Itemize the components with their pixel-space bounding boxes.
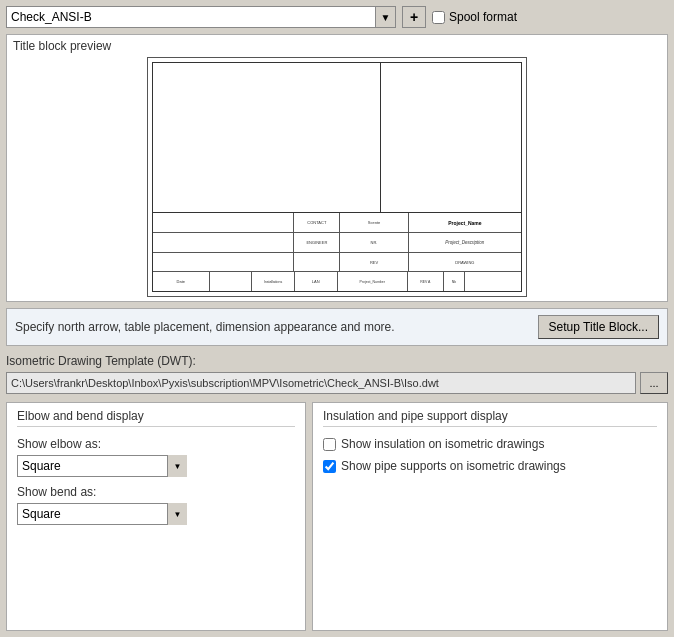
drawing-left-panel (153, 63, 381, 212)
pipe-support-checkbox-label: Show pipe supports on isometric drawings (341, 459, 566, 473)
bend-dropdown[interactable]: Square (17, 503, 187, 525)
bottom-panels: Elbow and bend display Show elbow as: Sq… (6, 402, 668, 631)
title-block-preview: CONTACT Scente Project_Name ENGINEER NR.… (147, 57, 527, 297)
tb-cell-9: REV (340, 253, 408, 272)
tb-cell-date: Date (153, 272, 210, 291)
tb-cell-5: ENGINEER (294, 233, 340, 252)
drawing-main-area (153, 63, 521, 213)
elbow-panel-title: Elbow and bend display (17, 409, 295, 427)
bend-label: Show bend as: (17, 485, 295, 499)
insulation-checkbox-row: Show insulation on isometric drawings (323, 437, 657, 451)
title-block-label: Title block preview (13, 39, 661, 53)
insulation-checkbox-label: Show insulation on isometric drawings (341, 437, 544, 451)
tb-cell-3: Scente (340, 213, 408, 232)
setup-title-block-button[interactable]: Setup Title Block... (538, 315, 659, 339)
tb-row-1: CONTACT Scente Project_Name (153, 213, 521, 233)
elbow-combo-container: Square ▼ (17, 455, 187, 477)
tb-cell-8 (294, 253, 340, 272)
bend-combo-container: Square ▼ (17, 503, 187, 525)
tb-cell-2: CONTACT (294, 213, 340, 232)
tb-row-2: ENGINEER NR. Project_Description (153, 233, 521, 253)
template-dropdown[interactable]: Check_ANSI-B (6, 6, 376, 28)
spool-format-label: Spool format (432, 10, 517, 24)
tb-cell-11: Installations (252, 272, 295, 291)
pipe-support-checkbox[interactable] (323, 460, 336, 473)
info-text: Specify north arrow, table placement, di… (15, 320, 530, 334)
dwt-section: Isometric Drawing Template (DWT): ... (6, 352, 668, 396)
spool-format-checkbox[interactable] (432, 11, 445, 24)
tb-row-4: Date Installations LAN Project_Number RE… (153, 272, 521, 291)
tb-cell-12: LAN (295, 272, 338, 291)
elbow-bend-panel: Elbow and bend display Show elbow as: Sq… (6, 402, 306, 631)
insulation-panel: Insulation and pipe support display Show… (312, 402, 668, 631)
dwt-label: Isometric Drawing Template (DWT): (6, 354, 668, 368)
tb-cell-14: REV A (408, 272, 444, 291)
elbow-field-group: Show elbow as: Square ▼ (17, 437, 295, 477)
dropdown-arrow-icon[interactable]: ▼ (376, 6, 396, 28)
browse-button[interactable]: ... (640, 372, 668, 394)
top-bar: Check_ANSI-B ▼ + Spool format (6, 6, 668, 28)
tb-cell-4 (153, 233, 294, 252)
insulation-checkbox[interactable] (323, 438, 336, 451)
drawing-right-panel (381, 63, 521, 212)
tb-cell-1 (153, 213, 294, 232)
title-block-section: Title block preview CONTACT Scente Proje… (6, 34, 668, 302)
tb-cell-7 (153, 253, 294, 272)
template-dropdown-container: Check_ANSI-B ▼ (6, 6, 396, 28)
info-section: Specify north arrow, table placement, di… (6, 308, 668, 346)
tb-project-name: Project_Name (409, 213, 521, 232)
tb-drawing-label: DRAWING (409, 253, 521, 272)
tb-cell-15: Nb (444, 272, 466, 291)
pipe-support-checkbox-row: Show pipe supports on isometric drawings (323, 459, 657, 473)
tb-project-desc: Project_Description (409, 233, 521, 252)
dwt-path-input[interactable] (6, 372, 636, 394)
spool-format-text: Spool format (449, 10, 517, 24)
bend-field-group: Show bend as: Square ▼ (17, 485, 295, 525)
insulation-panel-title: Insulation and pipe support display (323, 409, 657, 427)
tb-cell-16 (465, 272, 521, 291)
tb-cell-10 (210, 272, 253, 291)
tb-cell-6: NR. (340, 233, 408, 252)
tb-row-3: REV DRAWING (153, 253, 521, 273)
elbow-label: Show elbow as: (17, 437, 295, 451)
dwt-row: ... (6, 372, 668, 394)
tb-cell-13: Project_Number (338, 272, 408, 291)
title-block-rows: CONTACT Scente Project_Name ENGINEER NR.… (153, 213, 521, 291)
elbow-dropdown[interactable]: Square (17, 455, 187, 477)
add-button[interactable]: + (402, 6, 426, 28)
drawing-border: CONTACT Scente Project_Name ENGINEER NR.… (152, 62, 522, 292)
